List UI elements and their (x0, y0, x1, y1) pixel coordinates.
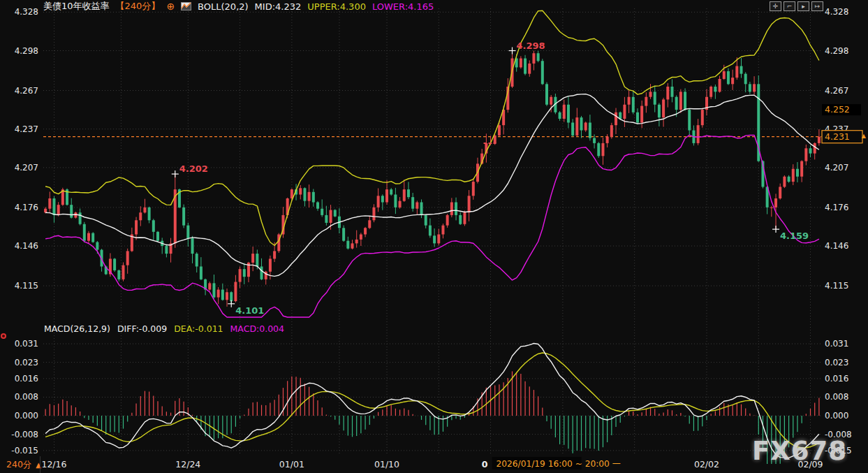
svg-text:2026/01/19 16:00 ~ 20:00 一: 2026/01/19 16:00 ~ 20:00 一 (496, 459, 621, 469)
svg-text:4.202: 4.202 (179, 163, 208, 174)
svg-text:4.298: 4.298 (516, 41, 545, 51)
boll-label[interactable]: BOLL(20,2) (198, 1, 249, 12)
svg-text:12/24: 12/24 (175, 459, 200, 470)
svg-text:-0.015: -0.015 (11, 446, 38, 456)
svg-text:0.031: 0.031 (825, 339, 848, 349)
pane-layout-icon-1[interactable]: ⌐ (784, 1, 795, 11)
svg-text:-0.008: -0.008 (11, 430, 38, 439)
svg-text:4.115: 4.115 (825, 281, 848, 291)
svg-text:4.176: 4.176 (15, 203, 38, 212)
alert-dot-icon[interactable] (1, 333, 6, 339)
svg-text:4.101: 4.101 (235, 305, 264, 316)
macd-label[interactable]: MACD(26,12,9) (44, 323, 110, 334)
boll-mid-value: MID:4.232 (255, 1, 302, 12)
pan-tool-icon[interactable]: ✛ (770, 1, 781, 11)
add-indicator-icon[interactable]: ⊕ (166, 1, 175, 12)
instrument-title: 美债10年收益率 (43, 0, 110, 13)
svg-text:4.231: 4.231 (825, 131, 850, 142)
svg-text:0: 0 (482, 459, 488, 470)
svg-text:12/16: 12/16 (41, 459, 66, 470)
chart-toolbar: ✛ ⌐ ▸ ↦ (770, 1, 823, 11)
svg-text:0.016: 0.016 (15, 374, 38, 384)
macd-macd-value: MACD:0.004 (230, 323, 284, 334)
svg-text:4.328: 4.328 (15, 7, 38, 17)
svg-text:4.146: 4.146 (825, 241, 848, 251)
svg-text:4.328: 4.328 (825, 7, 848, 17)
timeframe-footer[interactable]: 240分 ▲ (6, 459, 41, 471)
timeframe-badge[interactable]: 【240分】 (116, 0, 161, 13)
svg-text:0.031: 0.031 (15, 339, 38, 349)
macd-diff-value: DIFF:-0.009 (117, 323, 167, 334)
chart-header: 美债10年收益率 【240分】 ⊕ BOLL(20,2) MID:4.232 U… (43, 1, 434, 12)
macd-dea-value: DEA:-0.011 (174, 323, 223, 334)
macd-header: MACD(26,12,9) DIFF:-0.009 DEA:-0.011 MAC… (44, 323, 284, 334)
svg-text:0.008: 0.008 (825, 392, 848, 402)
svg-text:01/10: 01/10 (374, 459, 399, 470)
svg-text:4.267: 4.267 (825, 86, 848, 96)
watermark: FX678 (752, 436, 847, 466)
timeframe-footer-label: 240分 (6, 459, 31, 471)
svg-text:0.000: 0.000 (15, 411, 38, 421)
pane-layout-icon-2[interactable]: ▸ (797, 1, 809, 11)
svg-text:4.176: 4.176 (825, 203, 848, 212)
svg-text:4.207: 4.207 (15, 163, 38, 173)
chart-type-icon[interactable] (181, 2, 191, 10)
chart-window: 4.3284.3284.2984.2984.2674.2674.2374.237… (0, 0, 868, 473)
svg-text:02/02: 02/02 (694, 459, 719, 470)
svg-text:4.237: 4.237 (15, 124, 38, 134)
svg-text:0.016: 0.016 (825, 374, 848, 384)
svg-text:4.207: 4.207 (825, 163, 848, 173)
svg-text:4.159: 4.159 (780, 231, 809, 241)
svg-text:01/01: 01/01 (279, 459, 304, 470)
svg-text:4.146: 4.146 (15, 241, 38, 251)
svg-text:▲: ▲ (862, 133, 867, 139)
pane-layout-icon-3[interactable]: ↦ (811, 1, 823, 11)
svg-text:0.023: 0.023 (825, 358, 848, 368)
boll-upper-value: UPPER:4.300 (307, 1, 366, 12)
svg-text:0.008: 0.008 (15, 392, 38, 402)
chart-canvas[interactable]: 4.3284.3284.2984.2984.2674.2674.2374.237… (0, 0, 868, 473)
svg-text:0.023: 0.023 (15, 358, 38, 368)
svg-text:4.267: 4.267 (15, 86, 38, 96)
svg-text:4.252: 4.252 (825, 104, 850, 115)
boll-lower-value: LOWER:4.165 (372, 1, 434, 12)
svg-text:4.298: 4.298 (825, 46, 848, 56)
svg-text:4.298: 4.298 (15, 46, 38, 56)
svg-text:0.000: 0.000 (825, 411, 848, 421)
svg-text:4.115: 4.115 (15, 281, 38, 291)
footer-divider (40, 456, 41, 473)
